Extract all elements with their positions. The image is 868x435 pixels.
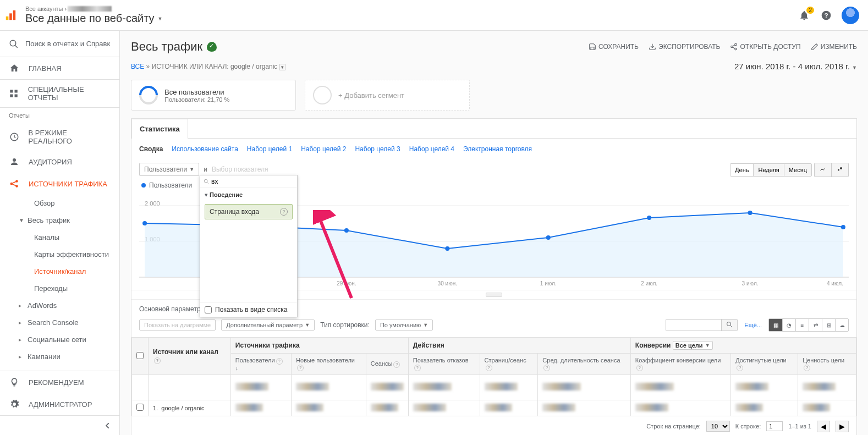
col-newusers[interactable]: Новые пользователи [296, 357, 355, 364]
view-pivot-icon[interactable]: ⊞ [822, 319, 835, 331]
help-button[interactable]: ? [820, 9, 833, 22]
sidebar-sub-searchconsole[interactable]: ▸Search Console [0, 314, 119, 331]
metric-2-placeholder[interactable]: Выбор показателя [212, 166, 268, 173]
sidebar-sub-overview[interactable]: Обзор [0, 195, 119, 212]
view-bar-icon[interactable]: ≡ [795, 319, 809, 331]
col-bounce[interactable]: Показатель отказов [413, 357, 469, 364]
svg-point-24 [840, 167, 842, 169]
select-all-checkbox[interactable] [136, 352, 144, 359]
metric-search-input[interactable] [211, 178, 294, 185]
svg-text:1 июл.: 1 июл. [540, 280, 557, 287]
sidebar-sub-adwords[interactable]: ▸AdWords [0, 297, 119, 314]
next-page-button[interactable]: ▶ [836, 421, 849, 432]
sublink-summary[interactable]: Сводка [139, 145, 163, 153]
help-icon[interactable]: ? [804, 365, 810, 371]
row-checkbox[interactable] [136, 404, 144, 411]
add-segment-button[interactable]: + Добавить сегмент [305, 80, 470, 111]
sidebar-discover[interactable]: РЕКОМЕНДУЕМ [0, 371, 119, 393]
secondary-dimension-dropdown[interactable]: Дополнительный параметр ▼ [221, 320, 315, 331]
sublink-goals2[interactable]: Набор целей 2 [301, 145, 346, 153]
save-button[interactable]: СОХРАНИТЬ [589, 43, 639, 51]
search-button[interactable] [721, 320, 737, 331]
date-range-picker[interactable]: 27 июн. 2018 г. - 4 июл. 2018 г. ▼ [734, 62, 857, 71]
granularity-week[interactable]: Неделя [753, 164, 783, 176]
granularity-day[interactable]: День [730, 164, 753, 176]
sidebar-sub-campaigns[interactable]: ▸Кампании [0, 348, 119, 365]
view-table-icon[interactable]: ▦ [769, 319, 782, 331]
sidebar-acquisition[interactable]: ИСТОЧНИКИ ТРАФИКА [0, 173, 119, 195]
sublink-goals3[interactable]: Набор целей 3 [355, 145, 400, 153]
dropdown-item-landing-page[interactable]: Страница входа ? [205, 204, 293, 219]
sub-channels-label: Каналы [34, 233, 59, 241]
notifications-button[interactable]: 2 [798, 9, 811, 22]
sidebar-sub-social[interactable]: ▸Социальные сети [0, 331, 119, 348]
path-all-link[interactable]: ВСЕ [131, 63, 144, 70]
sidebar-sub-channels[interactable]: Каналы [0, 229, 119, 246]
sublink-goals1[interactable]: Набор целей 1 [247, 145, 292, 153]
edit-label: ИЗМЕНИТЬ [821, 43, 857, 51]
granularity-month[interactable]: Месяц [784, 164, 811, 176]
goto-row-input[interactable] [766, 421, 783, 431]
help-icon[interactable]: ? [276, 358, 283, 365]
help-icon[interactable]: ? [297, 365, 304, 371]
sublink-usage[interactable]: Использование сайта [172, 145, 238, 153]
sidebar-audience[interactable]: АУДИТОРИЯ [0, 151, 119, 173]
sidebar-sub-source[interactable]: Источник/канал [0, 263, 119, 280]
view-compare-icon[interactable]: ⇄ [809, 319, 822, 331]
account-breadcrumb[interactable]: Все аккаунты › [25, 5, 162, 12]
sidebar-sub-alltraffic[interactable]: ▼Весь трафик [0, 212, 119, 229]
help-icon[interactable]: ? [280, 208, 288, 216]
view-pie-icon[interactable]: ◔ [782, 319, 795, 331]
edit-button[interactable]: ИЗМЕНИТЬ [811, 43, 857, 51]
goals-dropdown[interactable]: Все цели ▼ [673, 341, 713, 350]
col-source[interactable]: Источник или канал [153, 348, 218, 356]
sidebar-home[interactable]: ГЛАВНАЯ [0, 57, 119, 79]
tab-statistics[interactable]: Статистика [131, 119, 188, 139]
svg-point-20 [735, 48, 737, 50]
segment-all-users[interactable]: Все пользователи Пользователи: 21,70 % [131, 80, 296, 111]
sidebar-custom[interactable]: СПЕЦИАЛЬНЫЕ ОТЧЕТЫ [0, 79, 119, 108]
col-sessions[interactable]: Сеансы [371, 360, 393, 367]
ga-logo[interactable] [0, 0, 21, 31]
metric-1-dropdown[interactable]: Пользователи▼ [139, 163, 199, 176]
view-cloud-icon[interactable]: ☁ [835, 319, 848, 331]
help-icon[interactable]: ? [414, 365, 421, 371]
help-icon[interactable]: ? [737, 365, 743, 371]
rows-per-page-select[interactable]: 10 [706, 421, 730, 432]
sidebar-sub-treemap[interactable]: Карты эффективности [0, 246, 119, 263]
table-row[interactable]: 1. google / organic [132, 400, 856, 416]
col-users[interactable]: Пользователи [235, 357, 275, 364]
account-name-redacted [68, 6, 112, 12]
sidebar-sub-referrals[interactable]: Переходы [0, 280, 119, 297]
show-as-list-checkbox[interactable] [205, 306, 212, 313]
path-dropdown[interactable]: ▾ [279, 64, 285, 70]
col-avgdur[interactable]: Сред. длительность сеанса [542, 357, 620, 364]
sublink-goals4[interactable]: Набор целей 4 [409, 145, 454, 153]
share-button[interactable]: ОТКРЫТЬ ДОСТУП [730, 43, 800, 51]
sidebar-admin[interactable]: АДМИНИСТРАТОР [0, 393, 119, 415]
sidebar-realtime[interactable]: В РЕЖИМЕ РЕАЛЬНОГО [0, 123, 119, 151]
resize-handle[interactable] [486, 293, 502, 297]
advanced-filter[interactable]: Ещё... [744, 322, 762, 328]
col-goals[interactable]: Достигнутые цели [735, 357, 787, 364]
help-icon[interactable]: ? [636, 365, 643, 371]
sidebar-search[interactable]: Поиск в отчетах и Справк [0, 31, 119, 57]
help-icon[interactable]: ? [486, 365, 492, 371]
dropdown-group[interactable]: ▾ Поведение [200, 188, 297, 202]
sort-type-dropdown[interactable]: По умолчанию ▼ [375, 320, 433, 331]
help-icon[interactable]: ? [154, 357, 161, 364]
sublink-ecommerce[interactable]: Электронная торговля [463, 145, 532, 153]
sidebar-collapse[interactable] [0, 415, 119, 435]
help-icon[interactable]: ? [543, 365, 550, 371]
col-pagesession[interactable]: Страниц/сеанс [485, 357, 526, 364]
chart-line-icon[interactable] [815, 163, 831, 177]
help-icon[interactable]: ? [393, 361, 400, 368]
prev-page-button[interactable]: ◀ [817, 421, 830, 432]
view-selector[interactable]: Все данные по веб-сайту ▼ [25, 12, 162, 25]
chart-motion-icon[interactable] [831, 163, 848, 177]
export-button[interactable]: ЭКСПОРТИРОВАТЬ [649, 43, 720, 51]
col-value[interactable]: Ценность цели [803, 357, 844, 364]
table-search-input[interactable] [666, 320, 721, 331]
col-convrate[interactable]: Коэффициент конверсии цели [635, 357, 721, 364]
user-avatar[interactable] [842, 7, 859, 24]
